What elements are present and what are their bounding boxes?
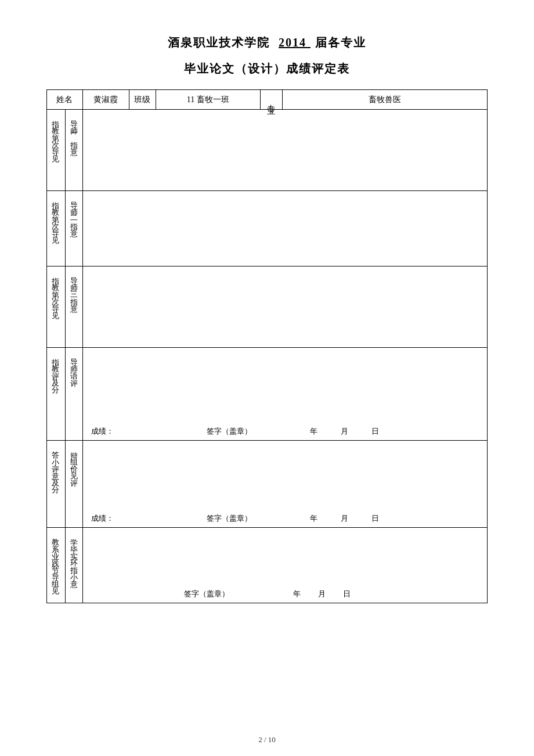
eval-day: 日 xyxy=(371,426,379,437)
defense-year: 年 xyxy=(310,513,317,524)
defense-content: 成绩： 签字（盖章） 年 月 日 xyxy=(82,441,487,528)
name-value: 黄淑霞 xyxy=(82,90,129,110)
dept-day: 日 xyxy=(343,589,351,599)
eval-content: 成绩： 签字（盖章） 年 月 日 xyxy=(82,348,487,441)
eval-score-label: 成绩： xyxy=(91,426,114,437)
eval-sign-area: 成绩： 签字（盖章） 年 月 日 xyxy=(83,426,487,437)
guide3-label2: 导 师 三 指 意 xyxy=(66,267,83,348)
dept-month: 月 xyxy=(318,589,326,599)
school-name: 酒泉职业技术学院 xyxy=(168,36,270,49)
eval-label1: 指 教 评 及 分 xyxy=(47,348,66,441)
defense-month: 月 xyxy=(341,513,348,524)
dept-label1: 教 系 业 践 节 导 组 见 xyxy=(47,528,66,603)
dept-year: 年 xyxy=(293,589,301,599)
name-label: 姓名 xyxy=(47,90,83,110)
sub-title: 毕业论文（设计）成绩评定表 xyxy=(46,61,488,77)
guide3-row: 指 教 第 次 导 见 导 师 三 指 意 xyxy=(47,267,488,348)
main-title: 酒泉职业技术学院 2014 届各专业 xyxy=(46,35,488,51)
class-value: 11 畜牧一班 xyxy=(156,90,260,110)
eval-label2: 导 师 语 评 xyxy=(66,348,83,441)
dept-sign-text: 签字（盖章） xyxy=(184,589,229,599)
year-value: 2014 xyxy=(279,36,306,49)
year-underline: 2014 xyxy=(274,36,315,49)
eval-sign-text: 签字（盖章） xyxy=(207,426,252,437)
eval-year: 年 xyxy=(310,426,317,437)
header-row: 姓名 黄淑霞 班级 11 畜牧一班 专业 畜牧兽医 xyxy=(47,90,488,110)
year-label: 届各专业 xyxy=(315,36,366,49)
defense-label2: 辩 组 价 见 评 xyxy=(66,441,83,528)
guide3-content xyxy=(82,267,487,348)
defense-sign-text: 签字（盖章） xyxy=(207,513,252,524)
defense-day: 日 xyxy=(371,513,379,524)
dept-content: 签字（盖章） 年 月 日 xyxy=(82,528,487,603)
guide2-label2: 导 师 二 指 意 xyxy=(66,191,83,267)
major-value: 畜牧兽医 xyxy=(282,90,487,110)
page-footer: 2 / 10 xyxy=(258,735,276,756)
guide2-row: 指 教 第 次 导 见 导 师 二 指 意 xyxy=(47,191,488,267)
guide2-content xyxy=(82,191,487,267)
eval-month: 月 xyxy=(341,426,348,437)
major-label: 专业 xyxy=(260,90,282,110)
defense-score-label: 成绩： xyxy=(91,513,114,524)
eval-row: 指 教 评 及 分 导 师 语 评 成绩： 签字（盖章） 年 月 日 xyxy=(47,348,488,441)
guide1-content xyxy=(82,110,487,191)
page-container: 酒泉职业技术学院 2014 届各专业 毕业论文（设计）成绩评定表 姓名 黄淑霞 … xyxy=(46,35,488,712)
dept-label2: 学 毕 实 环 指 小 意 xyxy=(66,528,83,603)
defense-label1: 答 小 评 意 及 分 xyxy=(47,441,66,528)
guide1-row: 指 教 第 次 导 见 导 师 一 指 意 xyxy=(47,110,488,191)
dept-sign-area: 签字（盖章） 年 月 日 xyxy=(83,589,487,599)
guide1-label2: 导 师 一 指 意 xyxy=(66,110,83,191)
main-table: 姓名 黄淑霞 班级 11 畜牧一班 专业 畜牧兽医 指 教 第 次 导 见 导 … xyxy=(46,89,488,603)
dept-row: 教 系 业 践 节 导 组 见 学 毕 实 环 指 小 意 签字（盖章） xyxy=(47,528,488,603)
defense-sign-area: 成绩： 签字（盖章） 年 月 日 xyxy=(83,513,487,524)
class-label: 班级 xyxy=(129,90,156,110)
page-number: 2 / 10 xyxy=(258,735,276,744)
guide2-label1: 指 教 第 次 导 见 xyxy=(47,191,66,267)
defense-row: 答 小 评 意 及 分 辩 组 价 见 评 成绩： 签字（盖章） 年 月 xyxy=(47,441,488,528)
guide3-label1: 指 教 第 次 导 见 xyxy=(47,267,66,348)
guide1-label1: 指 教 第 次 导 见 xyxy=(47,110,66,191)
